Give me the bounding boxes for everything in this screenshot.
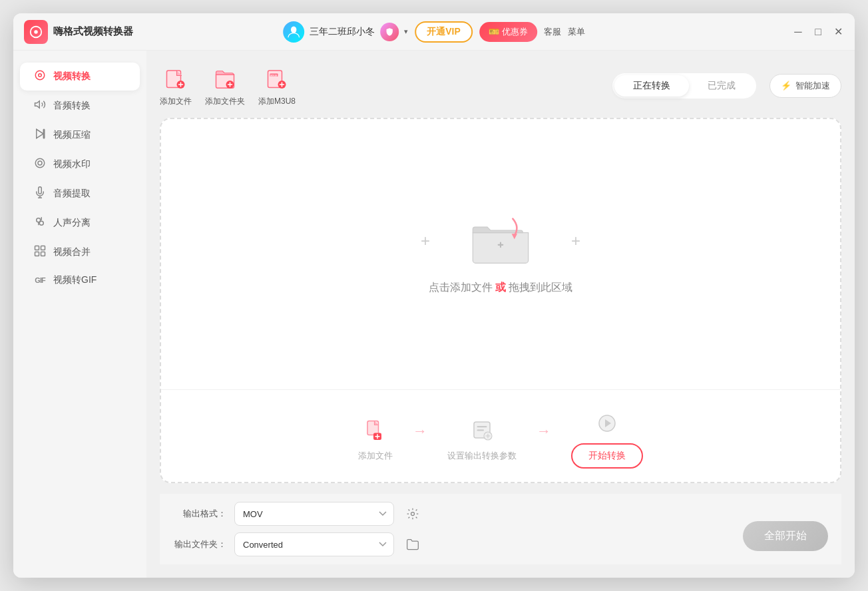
svg-point-2 (35, 71, 45, 80)
video-to-gif-icon: GIF (33, 276, 47, 284)
menu-button[interactable]: 菜单 (568, 26, 585, 38)
sidebar-item-label: 视频压缩 (53, 129, 91, 141)
svg-point-7 (35, 158, 45, 168)
sidebar-item-label: 视频转换 (53, 71, 91, 83)
sidebar-item-label: 视频水印 (53, 158, 91, 170)
sidebar-item-label: 视频转GIF (53, 274, 97, 286)
svg-rect-6 (43, 129, 45, 138)
step-3-icon (592, 409, 622, 438)
step-3: 开始转换 (571, 409, 643, 469)
folder-svg (467, 214, 534, 268)
step-1: 添加文件 (358, 415, 393, 462)
shield-icon (380, 23, 399, 41)
step-1-label: 添加文件 (358, 450, 393, 462)
folder-select[interactable]: Converted (234, 532, 394, 556)
svg-rect-27 (477, 429, 485, 431)
video-merge-icon (33, 245, 47, 260)
sidebar: 视频转换 音频转换 视频压缩 (13, 51, 146, 578)
sidebar-item-video-compress[interactable]: 视频压缩 (20, 121, 140, 149)
app-name: 嗨格式视频转换器 (53, 25, 133, 38)
sidebar-item-audio-convert[interactable]: 音频转换 (20, 92, 140, 120)
bottom-area: 输出格式： MOV MP4 AVI MKV WMV (160, 494, 841, 564)
titlebar: 嗨格式视频转换器 三年二班邱小冬 ▾ 开通VIP (13, 13, 855, 51)
sidebar-item-video-convert[interactable]: 视频转换 (20, 63, 140, 91)
vip-button[interactable]: 开通VIP (415, 21, 473, 43)
bottom-bar: 输出格式： MOV MP4 AVI MKV WMV (160, 494, 841, 564)
sidebar-item-label: 视频合并 (53, 246, 91, 258)
maximize-button[interactable]: □ (812, 26, 824, 38)
add-file-icon (161, 64, 190, 93)
drop-folder: + + (447, 214, 554, 268)
titlebar-center: 三年二班邱小冬 ▾ 开通VIP 🎫 优惠券 客服 菜单 (283, 21, 585, 43)
drop-text: 点击添加文件 或 拖拽到此区域 (429, 281, 573, 295)
arrow-2: → (537, 423, 551, 440)
add-folder-button[interactable]: 添加文件夹 (205, 64, 245, 107)
window-controls: ─ □ ✕ (792, 26, 844, 38)
steps-bar: 添加文件 → (161, 389, 840, 482)
smart-accel-button[interactable]: ⚡ 智能加速 (769, 74, 841, 98)
sidebar-item-video-watermark[interactable]: 视频水印 (20, 150, 140, 178)
svg-point-30 (411, 512, 415, 516)
app-logo (24, 20, 48, 44)
add-m3u8-label: 添加M3U8 (258, 96, 296, 107)
folder-browse-icon[interactable] (402, 534, 423, 555)
user-avatar (283, 21, 304, 43)
arrow-1: → (413, 423, 427, 440)
tab-converting[interactable]: 正在转换 (614, 75, 689, 97)
svg-rect-14 (41, 252, 45, 256)
sidebar-item-video-to-gif[interactable]: GIF 视频转GIF (20, 268, 140, 293)
add-folder-icon (210, 64, 240, 93)
format-row: 输出格式： MOV MP4 AVI MKV WMV (173, 502, 828, 526)
start-all-button[interactable]: 全部开始 (743, 521, 828, 551)
minimize-button[interactable]: ─ (792, 26, 804, 38)
add-file-button[interactable]: 添加文件 (160, 64, 192, 107)
folder-row: 输出文件夹： Converted (173, 532, 828, 556)
smart-accel-label: 智能加速 (795, 80, 830, 92)
svg-marker-5 (37, 129, 44, 138)
format-label: 输出格式： (173, 508, 226, 520)
sidebar-item-video-merge[interactable]: 视频合并 (20, 238, 140, 266)
toolbar: 添加文件 添加文件夹 (160, 64, 841, 107)
drop-zone[interactable]: + + (160, 118, 841, 483)
sidebar-item-label: 音频转换 (53, 100, 91, 112)
add-m3u8-icon: M3U8 (262, 64, 292, 93)
video-watermark-icon (33, 157, 47, 172)
app-window: 嗨格式视频转换器 三年二班邱小冬 ▾ 开通VIP (13, 13, 855, 578)
drop-text-or: 或 (495, 282, 506, 293)
sidebar-item-label: 音频提取 (53, 188, 91, 200)
svg-rect-11 (35, 246, 39, 250)
sidebar-item-label: 人声分离 (53, 217, 91, 229)
content-area: 添加文件 添加文件夹 (146, 51, 855, 578)
coupon-icon: 🎫 (489, 27, 499, 37)
video-compress-icon (33, 128, 47, 142)
user-dropdown-arrow[interactable]: ▾ (404, 27, 408, 36)
coupon-button[interactable]: 🎫 优惠券 (479, 22, 537, 42)
coupon-label: 优惠券 (502, 26, 528, 38)
add-folder-label: 添加文件夹 (205, 96, 245, 107)
start-convert-button[interactable]: 开始转换 (571, 443, 643, 469)
format-settings-icon[interactable] (402, 503, 423, 524)
add-file-label: 添加文件 (160, 96, 192, 107)
svg-point-1 (34, 30, 38, 34)
service-button[interactable]: 客服 (544, 26, 561, 38)
svg-rect-23 (367, 421, 379, 435)
add-m3u8-button[interactable]: M3U8 添加M3U8 (258, 64, 296, 107)
plus-right-icon: + (571, 232, 580, 250)
audio-extract-icon (33, 186, 47, 201)
user-name: 三年二班邱小冬 (310, 26, 375, 38)
main-layout: 视频转换 音频转换 视频压缩 (13, 51, 855, 578)
close-button[interactable]: ✕ (832, 26, 844, 38)
svg-marker-4 (35, 101, 40, 108)
format-select[interactable]: MOV MP4 AVI MKV WMV (234, 502, 394, 526)
sidebar-item-audio-extract[interactable]: 音频提取 (20, 180, 140, 208)
plus-left-icon: + (421, 232, 430, 250)
sidebar-item-vocal-separate[interactable]: 人声分离 (20, 209, 140, 237)
drop-text-drag: 拖拽到此区域 (509, 282, 572, 293)
drop-text-click: 点击添加文件 (429, 282, 493, 293)
folder-label: 输出文件夹： (173, 538, 226, 550)
svg-point-10 (39, 221, 43, 225)
tab-completed[interactable]: 已完成 (689, 75, 754, 97)
svg-point-3 (39, 74, 42, 77)
audio-convert-icon (33, 98, 47, 113)
svg-rect-12 (41, 246, 45, 250)
